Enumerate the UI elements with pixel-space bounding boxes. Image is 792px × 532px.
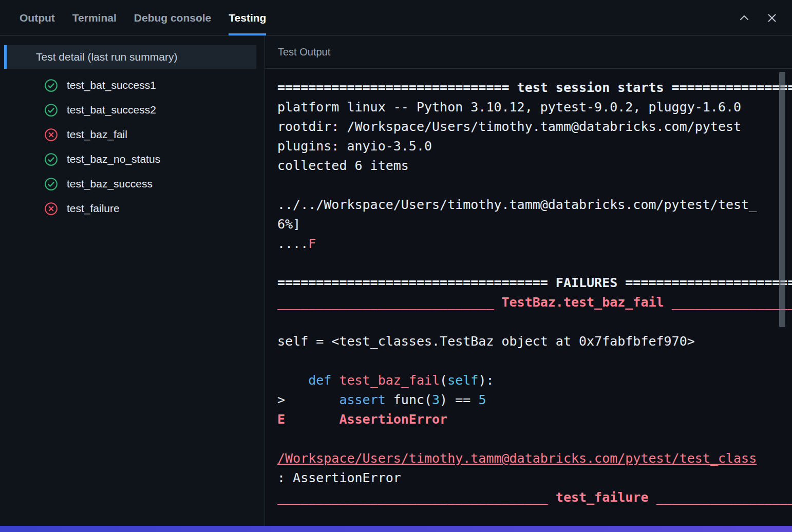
terminal-text: rootdir: /Workspace/Users/timothy.tamm@d… — [277, 119, 741, 134]
terminal-text: plugins: anyio-3.5.0 — [277, 139, 432, 154]
panel-tab-bar: Output Terminal Debug console Testing — [0, 0, 792, 36]
terminal-text: self — [447, 373, 478, 388]
terminal-text: ============================== test sess… — [277, 80, 792, 95]
terminal-line: ============================== test sess… — [277, 78, 792, 98]
fail-icon — [44, 128, 58, 142]
terminal-text: test_failure — [556, 490, 649, 505]
terminal-text: ( — [440, 373, 447, 388]
terminal-line: ___________________________________ test… — [277, 488, 792, 507]
pass-icon — [44, 103, 58, 117]
terminal-line: self = <test_classes.TestBaz object at 0… — [277, 332, 792, 351]
terminal-line: =================================== FAIL… — [277, 273, 792, 293]
terminal-text: 6%] — [277, 217, 300, 232]
terminal-text: ____________________________________ — [648, 490, 792, 505]
test-item-test_bat_success1[interactable]: test_bat_success1 — [0, 73, 265, 98]
terminal-text: ____________________________ — [277, 295, 502, 310]
terminal-text — [331, 373, 339, 388]
terminal-text: E AssertionError — [277, 412, 447, 427]
pass-icon — [44, 177, 58, 191]
test-output-header-label: Test Output — [278, 46, 330, 58]
test-output-panel: Test Output ============================… — [265, 36, 792, 526]
test-name: test_baz_fail — [67, 128, 127, 141]
terminal-text: ../../Workspace/Users/timothy.tamm@datab… — [277, 197, 757, 212]
terminal-line: platform linux -- Python 3.10.12, pytest… — [277, 98, 792, 117]
tab-debug-console[interactable]: Debug console — [134, 0, 212, 35]
terminal-text: __________________________________ — [664, 295, 792, 310]
terminal-line: ....F — [277, 234, 792, 254]
terminal-line — [277, 312, 792, 332]
terminal-line: ____________________________ TestBaz.tes… — [277, 293, 792, 312]
terminal-line: E AssertionError — [277, 410, 792, 429]
test-item-test_baz_success[interactable]: test_baz_success — [0, 172, 265, 196]
terminal-text — [277, 373, 308, 388]
terminal-text: =================================== FAIL… — [277, 275, 792, 290]
terminal-line: ../../Workspace/Users/timothy.tamm@datab… — [277, 195, 792, 215]
terminal-line — [277, 429, 792, 449]
scrollbar-thumb[interactable] — [779, 72, 785, 327]
terminal-line: plugins: anyio-3.5.0 — [277, 137, 792, 156]
terminal-line: rootdir: /Workspace/Users/timothy.tamm@d… — [277, 117, 792, 137]
test-item-test_baz_fail[interactable]: test_baz_fail — [0, 122, 265, 147]
test-item-test_failure[interactable]: test_failure — [0, 196, 265, 221]
terminal-line: > assert func(3) == 5 — [277, 390, 792, 410]
collapse-panel-button[interactable] — [738, 11, 751, 25]
pass-icon — [44, 153, 58, 166]
terminal-text: ): — [478, 373, 494, 388]
terminal-text: TestBaz.test_baz_fail — [502, 295, 664, 310]
test-item-test_bat_success2[interactable]: test_bat_success2 — [0, 98, 265, 122]
testing-panel: Output Terminal Debug console Testing Te… — [0, 0, 792, 532]
chevron-up-icon — [738, 12, 750, 24]
terminal-text: .... — [277, 236, 308, 251]
terminal-line — [277, 254, 792, 273]
tab-output[interactable]: Output — [20, 0, 55, 35]
tab-terminal[interactable]: Terminal — [72, 0, 117, 35]
file-link[interactable]: /Workspace/Users/timothy.tamm@databricks… — [277, 451, 757, 466]
panel-body: Test detail (last run summary) test_bat_… — [0, 36, 792, 526]
terminal-line — [277, 351, 792, 371]
terminal-line: collected 6 items — [277, 156, 792, 176]
close-panel-button[interactable] — [765, 11, 779, 25]
test-name: test_bat_success1 — [67, 79, 156, 91]
fail-icon — [44, 202, 58, 216]
panel-controls — [738, 0, 792, 35]
pass-icon — [44, 79, 58, 92]
test-name: test_bat_success2 — [67, 104, 156, 116]
terminal-text: ) == — [440, 392, 478, 407]
terminal-line: /Workspace/Users/timothy.tamm@databricks… — [277, 449, 792, 468]
test-list: test_bat_success1test_bat_success2test_b… — [0, 73, 265, 221]
terminal-text: > — [277, 392, 339, 407]
terminal-text: test_baz_fail — [339, 373, 440, 388]
close-icon — [766, 12, 778, 24]
test-item-test_baz_no_status[interactable]: test_baz_no_status — [0, 147, 265, 172]
test-name: test_baz_success — [67, 178, 153, 190]
status-bar — [0, 526, 792, 532]
tab-testing[interactable]: Testing — [229, 0, 266, 35]
terminal-text: 5 — [478, 392, 486, 407]
test-output-header: Test Output — [265, 36, 792, 69]
terminal-text: def — [308, 373, 331, 388]
terminal-text: ___________________________________ — [277, 490, 556, 505]
terminal-line — [277, 176, 792, 195]
terminal-line: : AssertionError — [277, 468, 792, 488]
terminal-output: ============================== test sess… — [265, 69, 792, 526]
terminal-text: collected 6 items — [277, 158, 409, 173]
test-detail-header: Test detail (last run summary) — [4, 45, 256, 69]
terminal-line: 6%] — [277, 215, 792, 234]
test-name: test_baz_no_status — [67, 153, 160, 165]
terminal-text: F — [308, 236, 316, 251]
test-name: test_failure — [67, 202, 120, 215]
terminal-text: self = <test_classes.TestBaz object at 0… — [277, 334, 695, 349]
test-sidebar: Test detail (last run summary) test_bat_… — [0, 36, 265, 526]
terminal-text: func( — [386, 392, 432, 407]
test-detail-header-label: Test detail (last run summary) — [36, 51, 177, 63]
terminal-text: assert — [339, 392, 385, 407]
terminal-line: def test_baz_fail(self): — [277, 371, 792, 390]
terminal-text: 3 — [432, 392, 440, 407]
terminal-text: platform linux -- Python 3.10.12, pytest… — [277, 100, 741, 115]
terminal-text: : AssertionError — [277, 470, 401, 485]
